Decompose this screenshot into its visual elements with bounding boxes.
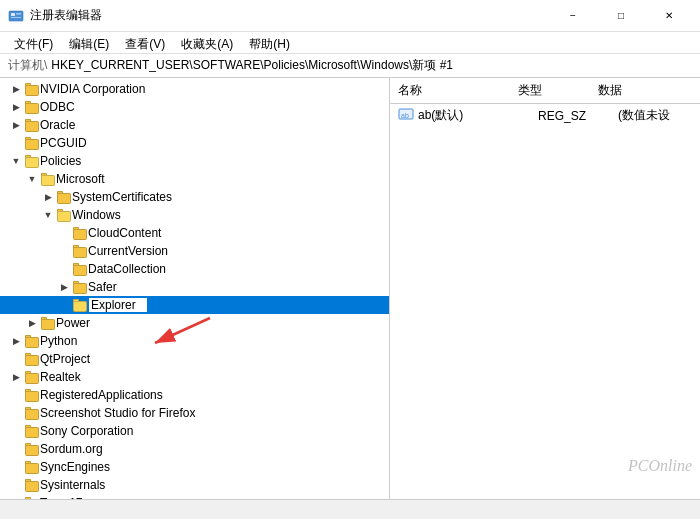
- ab-icon: ab: [398, 106, 414, 122]
- svg-text:ab: ab: [401, 112, 409, 119]
- close-button[interactable]: ✕: [646, 6, 692, 26]
- folder-icon: [56, 189, 72, 205]
- list-item[interactable]: ▶ Safer: [0, 278, 389, 296]
- editing-label[interactable]: Explorer: [88, 297, 148, 313]
- expand-icon[interactable]: ▶: [8, 99, 24, 115]
- list-item[interactable]: ▶ DataCollection: [0, 260, 389, 278]
- folder-icon: [24, 423, 40, 439]
- list-item[interactable]: ▶ CurrentVersion: [0, 242, 389, 260]
- folder-icon: [40, 171, 56, 187]
- folder-icon: [24, 351, 40, 367]
- folder-icon: [24, 99, 40, 115]
- svg-rect-3: [16, 13, 21, 15]
- menu-bar: 文件(F) 编辑(E) 查看(V) 收藏夹(A) 帮助(H): [0, 32, 700, 54]
- menu-file[interactable]: 文件(F): [8, 34, 59, 51]
- list-item[interactable]: ▼ Policies: [0, 152, 389, 170]
- folder-icon: [72, 279, 88, 295]
- svg-rect-0: [9, 11, 23, 21]
- col-header-data: 数据: [598, 82, 692, 99]
- folder-icon: [24, 81, 40, 97]
- folder-icon: [24, 387, 40, 403]
- svg-rect-2: [11, 17, 21, 18]
- main-content: ▶ NVIDIA Corporation ▶ ODBC ▶ Oracle ▶ P…: [0, 78, 700, 499]
- folder-icon: [24, 441, 40, 457]
- folder-icon: [24, 405, 40, 421]
- list-item[interactable]: ▶ SyncEngines: [0, 458, 389, 476]
- title-controls: − □ ✕: [550, 6, 692, 26]
- minimize-button[interactable]: −: [550, 6, 596, 26]
- reg-value-type: REG_SZ: [538, 109, 618, 123]
- list-item[interactable]: ▶ Sordum.org: [0, 440, 389, 458]
- folder-icon: [40, 315, 56, 331]
- expand-icon[interactable]: ▼: [40, 207, 56, 223]
- list-item[interactable]: ▶ Sysinternals: [0, 476, 389, 494]
- folder-icon: [72, 261, 88, 277]
- list-item[interactable]: ▶ PCGUID: [0, 134, 389, 152]
- expand-icon[interactable]: ▶: [8, 81, 24, 97]
- list-item[interactable]: ▼ Windows: [0, 206, 389, 224]
- expand-icon[interactable]: ▼: [8, 153, 24, 169]
- expand-icon[interactable]: ▶: [40, 189, 56, 205]
- folder-icon: [72, 225, 88, 241]
- app-icon: [8, 8, 24, 24]
- list-item[interactable]: ▶ SystemCertificates: [0, 188, 389, 206]
- list-item[interactable]: ▶ QtProject: [0, 350, 389, 368]
- folder-icon: [72, 243, 88, 259]
- folder-icon: [24, 459, 40, 475]
- list-item[interactable]: ▶ Oracle: [0, 116, 389, 134]
- list-item[interactable]: ▶ Team17: [0, 494, 389, 499]
- expand-icon[interactable]: ▶: [24, 315, 40, 331]
- title-bar: 注册表编辑器 − □ ✕: [0, 0, 700, 32]
- col-header-type: 类型: [518, 82, 598, 99]
- folder-icon: [56, 207, 72, 223]
- address-path[interactable]: HKEY_CURRENT_USER\SOFTWARE\Policies\Micr…: [51, 57, 453, 74]
- folder-icon: [24, 117, 40, 133]
- list-item-explorer[interactable]: ▶ Explorer: [0, 296, 389, 314]
- menu-view[interactable]: 查看(V): [119, 34, 171, 51]
- folder-icon: [24, 477, 40, 493]
- expand-icon[interactable]: ▶: [56, 279, 72, 295]
- folder-icon: [24, 369, 40, 385]
- menu-help[interactable]: 帮助(H): [243, 34, 296, 51]
- list-item[interactable]: ▼ Microsoft: [0, 170, 389, 188]
- folder-icon: [24, 495, 40, 499]
- address-bar: 计算机\ HKEY_CURRENT_USER\SOFTWARE\Policies…: [0, 54, 700, 78]
- folder-icon: [24, 333, 40, 349]
- sony-label: Sony Corporation: [40, 424, 133, 438]
- tree-panel: ▶ NVIDIA Corporation ▶ ODBC ▶ Oracle ▶ P…: [0, 78, 390, 499]
- list-item[interactable]: ▶ ODBC: [0, 98, 389, 116]
- table-row[interactable]: ab ab(默认) REG_SZ (数值未设: [390, 104, 700, 127]
- status-bar: [0, 499, 700, 519]
- right-panel-header: 名称 类型 数据: [390, 78, 700, 104]
- menu-edit[interactable]: 编辑(E): [63, 34, 115, 51]
- list-item[interactable]: ▶ Power: [0, 314, 389, 332]
- list-item[interactable]: ▶ RegisteredApplications: [0, 386, 389, 404]
- col-header-name: 名称: [398, 82, 518, 99]
- expand-icon[interactable]: ▼: [24, 171, 40, 187]
- list-item[interactable]: ▶ NVIDIA Corporation: [0, 80, 389, 98]
- expand-icon[interactable]: ▶: [8, 333, 24, 349]
- folder-icon: [72, 297, 88, 313]
- app-title: 注册表编辑器: [30, 7, 102, 24]
- list-item[interactable]: ▶ Screenshot Studio for Firefox: [0, 404, 389, 422]
- svg-rect-1: [11, 13, 15, 16]
- folder-icon: [24, 153, 40, 169]
- title-left: 注册表编辑器: [8, 7, 102, 24]
- list-item-sony[interactable]: ▶ Sony Corporation: [0, 422, 389, 440]
- list-item[interactable]: ▶ Python: [0, 332, 389, 350]
- list-item[interactable]: ▶ CloudContent: [0, 224, 389, 242]
- maximize-button[interactable]: □: [598, 6, 644, 26]
- reg-value-icon: ab: [398, 106, 414, 125]
- reg-value-name: ab(默认): [418, 107, 538, 124]
- folder-icon: [24, 135, 40, 151]
- expand-icon[interactable]: ▶: [8, 117, 24, 133]
- address-label: 计算机\: [8, 57, 47, 74]
- menu-favorites[interactable]: 收藏夹(A): [175, 34, 239, 51]
- reg-value-data: (数值未设: [618, 107, 692, 124]
- right-panel: 名称 类型 数据 ab ab(默认) REG_SZ (数值未设 PCOnline: [390, 78, 700, 499]
- watermark: PCOnline: [628, 457, 692, 475]
- expand-icon[interactable]: ▶: [8, 369, 24, 385]
- list-item[interactable]: ▶ Realtek: [0, 368, 389, 386]
